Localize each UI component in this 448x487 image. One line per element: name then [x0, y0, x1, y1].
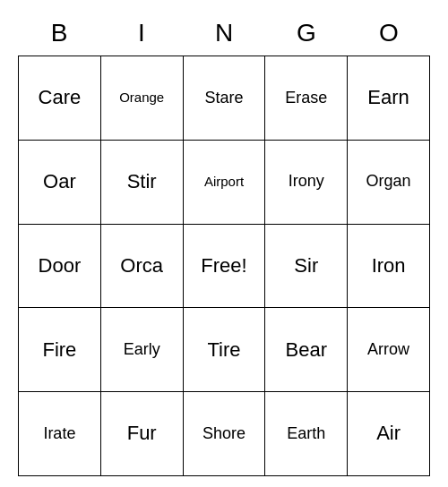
bingo-cell-r2-c2: Free!	[184, 225, 266, 309]
bingo-cell-r4-c3: Earth	[265, 392, 348, 476]
header-letter-n: N	[183, 11, 265, 56]
bingo-cell-text-r1-c4: Organ	[366, 172, 411, 192]
bingo-cell-text-r0-c3: Erase	[285, 89, 327, 108]
bingo-cell-text-r1-c3: Irony	[289, 172, 324, 192]
bingo-cell-text-r0-c4: Earn	[367, 86, 409, 109]
bingo-cell-r0-c4: Earn	[348, 56, 430, 141]
bingo-cell-text-r3-c1: Early	[124, 340, 160, 360]
bingo-cell-r3-c2: Tire	[184, 308, 266, 392]
bingo-cell-text-r2-c4: Iron	[372, 254, 406, 278]
bingo-cell-text-r3-c4: Arrow	[367, 340, 409, 360]
header-letter-o: O	[348, 11, 430, 56]
bingo-cell-r4-c0: Irate	[19, 392, 101, 476]
bingo-cell-r4-c4: Air	[348, 392, 430, 476]
bingo-cell-r4-c1: Fur	[101, 392, 184, 476]
bingo-cell-r2-c4: Iron	[348, 225, 430, 309]
header-letter-b: B	[18, 11, 100, 56]
bingo-cell-r4-c2: Shore	[184, 392, 266, 476]
bingo-cell-r0-c0: Care	[19, 56, 101, 141]
bingo-cell-text-r2-c2: Free!	[201, 254, 246, 278]
bingo-cell-text-r4-c2: Shore	[202, 424, 246, 444]
bingo-cell-text-r4-c1: Fur	[127, 422, 157, 445]
bingo-cell-r3-c1: Early	[101, 308, 184, 392]
bingo-cell-r2-c1: Orca	[101, 225, 184, 309]
bingo-board: BINGO CareOrangeStareEraseEarnOarStirAir…	[18, 11, 430, 476]
bingo-cell-r1-c0: Oar	[19, 141, 101, 225]
bingo-grid: CareOrangeStareEraseEarnOarStirAirportIr…	[18, 56, 430, 476]
bingo-cell-r3-c3: Bear	[265, 308, 348, 392]
header-letter-g: G	[265, 11, 348, 56]
bingo-cell-r1-c2: Airport	[184, 141, 266, 225]
bingo-cell-text-r2-c1: Orca	[120, 254, 163, 278]
bingo-cell-r2-c0: Door	[19, 225, 101, 309]
bingo-cell-text-r1-c1: Stir	[127, 170, 157, 193]
bingo-cell-text-r1-c0: Oar	[43, 170, 76, 193]
bingo-cell-text-r3-c2: Tire	[207, 338, 240, 362]
bingo-cell-r1-c3: Irony	[265, 141, 348, 225]
bingo-cell-text-r2-c3: Sir	[294, 254, 318, 278]
bingo-header: BINGO	[18, 11, 430, 56]
bingo-cell-text-r0-c0: Care	[39, 86, 82, 109]
bingo-cell-r2-c3: Sir	[265, 225, 348, 309]
bingo-cell-r0-c3: Erase	[265, 56, 348, 141]
bingo-cell-text-r3-c0: Fire	[42, 338, 76, 362]
bingo-cell-r3-c4: Arrow	[348, 308, 430, 392]
bingo-cell-text-r0-c2: Stare	[204, 89, 243, 108]
bingo-cell-r1-c4: Organ	[348, 141, 430, 225]
bingo-cell-r1-c1: Stir	[101, 141, 184, 225]
bingo-cell-text-r0-c1: Orange	[119, 90, 164, 106]
bingo-cell-r0-c1: Orange	[101, 56, 184, 141]
bingo-cell-text-r4-c4: Air	[376, 422, 401, 445]
bingo-cell-text-r2-c0: Door	[39, 254, 82, 278]
bingo-cell-r0-c2: Stare	[184, 56, 266, 141]
header-letter-i: I	[100, 11, 183, 56]
bingo-cell-text-r1-c2: Airport	[204, 174, 244, 190]
bingo-cell-r3-c0: Fire	[19, 308, 101, 392]
bingo-cell-text-r4-c3: Earth	[287, 424, 325, 444]
bingo-cell-text-r4-c0: Irate	[43, 424, 75, 444]
bingo-cell-text-r3-c3: Bear	[286, 338, 327, 362]
